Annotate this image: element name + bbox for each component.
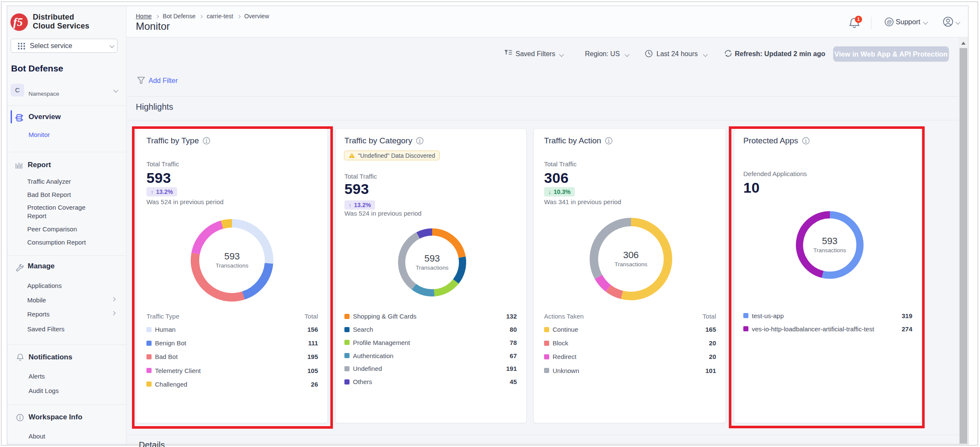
card-title-text: Protected Apps: [743, 136, 798, 145]
info-icon[interactable]: [802, 137, 810, 145]
info-icon[interactable]: [605, 137, 613, 145]
divider: [7, 105, 126, 106]
divider: [126, 96, 959, 97]
main-content: Saved Filters Region: US Last 24 hours R…: [126, 37, 968, 444]
card-title: Traffic by Category: [344, 136, 424, 145]
legend-label: Bad Bot: [155, 353, 178, 360]
support-menu[interactable]: Support: [896, 18, 920, 26]
sidebar-item-peer-comparison[interactable]: Peer Comparison: [27, 225, 77, 233]
legend-row: Profile Management78: [344, 338, 517, 347]
undefined-data-warning-badge: "Undefined" Data Discovered: [344, 151, 440, 160]
donut-center-caption: Transactions: [800, 247, 860, 254]
defended-applications-value: 10: [743, 179, 759, 196]
time-range-chevron-icon: [703, 52, 708, 57]
namespace-chevron-icon[interactable]: [113, 88, 118, 92]
card-title: Traffic by Type: [146, 136, 210, 145]
card-protected-apps: Protected Apps Defended Applications 10 …: [734, 128, 922, 423]
sidebar-item-consumption-report[interactable]: Consumption Report: [27, 238, 86, 247]
legend-swatch: [344, 340, 350, 345]
legend-value: 132: [506, 313, 517, 320]
card-title-text: Traffic by Type: [146, 136, 199, 145]
legend-row: Shopping & Gift Cards132: [344, 312, 517, 321]
donut-center-label: 306 Transactions: [601, 250, 661, 268]
total-traffic-label: Total Traffic: [544, 160, 576, 168]
brand-line2: Cloud Services: [33, 22, 89, 31]
scrollbar-thumb[interactable]: [960, 48, 967, 444]
donut-center-caption: Transactions: [402, 264, 462, 271]
divider: [7, 152, 126, 152]
donut-center-label: 593 Transactions: [800, 236, 860, 254]
sidebar-item-saved-filters[interactable]: Saved Filters: [27, 325, 65, 333]
sidebar-item-bad-bot-report[interactable]: Bad Bot Report: [27, 191, 71, 199]
sidebar-item-applications[interactable]: Applications: [27, 282, 62, 290]
view-in-waap-button[interactable]: View in Web App & API Protection: [833, 46, 949, 62]
refresh-status[interactable]: Refresh: Updated 2 min ago: [735, 50, 825, 58]
topbar: Home Bot Defense carrie-test Overview Mo…: [126, 6, 968, 37]
divider: [7, 255, 126, 256]
namespace-avatar[interactable]: C: [11, 84, 24, 97]
select-service-dropdown[interactable]: Select service: [11, 39, 117, 53]
sidebar-item-mobile[interactable]: Mobile: [27, 296, 46, 305]
legend-label: Telemetry Client: [155, 367, 201, 374]
breadcrumb-overview[interactable]: Overview: [244, 13, 269, 20]
sidebar-section-report[interactable]: Report: [28, 161, 51, 169]
saved-filters-chevron-icon: [559, 52, 564, 57]
sidebar-item-reports[interactable]: Reports: [27, 310, 50, 319]
legend-header-total: Total: [304, 313, 318, 320]
sidebar-section-notifications[interactable]: Notifications: [29, 353, 72, 362]
donut-center-value: 593: [202, 251, 262, 262]
legend-label: Profile Management: [353, 339, 410, 346]
previous-period-text: Was 341 in previous period: [544, 198, 621, 205]
logo-glyph: f5: [13, 16, 23, 28]
user-avatar-icon[interactable]: [943, 17, 953, 27]
legend-swatch: [544, 368, 549, 373]
legend-value: 191: [506, 365, 517, 372]
legend-label: ves-io-http-loadbalancer-artificial-traf…: [752, 325, 874, 333]
saved-filters-dropdown[interactable]: Saved Filters: [516, 50, 555, 58]
legend-value: 105: [307, 367, 318, 374]
legend-value: 165: [705, 326, 716, 333]
sidebar-item-monitor[interactable]: Monitor: [29, 131, 50, 139]
select-service-label: Select service: [30, 42, 72, 50]
total-traffic-label: Total Traffic: [146, 160, 179, 168]
mobile-submenu-chevron-icon: [112, 297, 116, 302]
card-traffic-by-action: Traffic by Action Total Traffic 306 ↓10.…: [533, 128, 726, 423]
user-menu-chevron-icon[interactable]: [955, 20, 960, 24]
support-chevron-icon: [923, 20, 928, 24]
legend-label: Benign Bot: [155, 339, 186, 347]
sidebar-item-overview[interactable]: Overview: [29, 113, 61, 121]
legend-value: 20: [709, 353, 716, 360]
legend-row: Block20: [544, 339, 716, 347]
breadcrumb-carrie-test[interactable]: carrie-test: [206, 13, 233, 20]
refresh-icon[interactable]: [724, 49, 732, 57]
sidebar-item-traffic-analyzer[interactable]: Traffic Analyzer: [27, 177, 71, 186]
donut-center-value: 306: [601, 250, 661, 261]
time-range-dropdown[interactable]: Last 24 hours: [656, 50, 698, 58]
legend-header-label: Traffic Type: [146, 313, 179, 320]
legend-row: Benign Bot111: [146, 339, 318, 347]
sidebar-item-audit-logs[interactable]: Audit Logs: [29, 387, 59, 395]
breadcrumb-home[interactable]: Home: [136, 13, 152, 20]
info-icon[interactable]: [416, 137, 424, 145]
sidebar-section-manage[interactable]: Manage: [28, 262, 54, 270]
info-icon[interactable]: [203, 137, 210, 145]
sidebar-item-protection-coverage-report[interactable]: Protection Coverage Report: [27, 203, 97, 220]
card-traffic-by-type: Traffic by Type Total Traffic 593 ↑13.2%…: [136, 128, 328, 423]
legend-swatch: [146, 354, 152, 359]
add-filter-button[interactable]: Add Filter: [149, 77, 178, 85]
sidebar-item-about[interactable]: About: [29, 432, 45, 441]
card-title: Protected Apps: [743, 136, 810, 145]
breadcrumb-bot-defense[interactable]: Bot Defense: [163, 13, 195, 20]
manage-icon: [16, 264, 23, 271]
workspace-info-icon: [16, 414, 24, 421]
sidebar-section-workspace-info[interactable]: Workspace Info: [29, 413, 82, 421]
legend-row: Telemetry Client105: [146, 366, 318, 375]
region-dropdown[interactable]: Region: US: [585, 50, 620, 58]
f5-logo-icon: f5: [10, 13, 29, 31]
change-badge: ↓10.3%: [544, 187, 575, 196]
legend-label: Others: [353, 378, 372, 385]
scrollbar-up-arrow[interactable]: [961, 42, 966, 45]
scrollbar[interactable]: [959, 37, 968, 444]
sidebar-item-alerts[interactable]: Alerts: [29, 372, 45, 381]
arrow-up-icon: ↑: [151, 189, 154, 195]
